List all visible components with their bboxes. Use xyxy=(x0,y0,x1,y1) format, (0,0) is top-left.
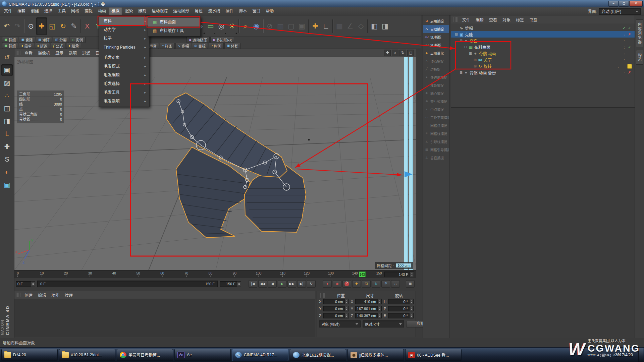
visibility-dots[interactable]: ✓ xyxy=(622,26,627,30)
visibility-dots[interactable]: : xyxy=(622,52,627,56)
effector-button[interactable]: ●简单 xyxy=(19,43,34,49)
mograph-button[interactable]: ◆运动挤压 xyxy=(186,37,210,43)
lock-x-axis-icon[interactable]: X xyxy=(82,17,93,35)
panel-grip-icon[interactable] xyxy=(16,293,20,297)
simulate-menu-item[interactable]: Thinking Particles ▸ xyxy=(99,43,149,52)
viewport-canvas[interactable]: X Z Y 透视视图 三角形1285 四边形0 线3080 点0 带状 xyxy=(14,57,416,270)
object-manager-menu-item[interactable]: 对象 xyxy=(500,17,513,22)
cloth-submenu-item[interactable]: ▦ 布料曲面 xyxy=(148,18,200,26)
menu-item[interactable]: 插件 xyxy=(223,7,236,15)
workplane-lock-icon[interactable]: ▣ xyxy=(1,179,13,190)
cloth-submenu-item[interactable]: ▤ 布料缓存工具 xyxy=(148,26,200,35)
snap-option[interactable]: # 网格线捕捉 xyxy=(423,129,449,137)
tree-expand-toggle[interactable]: ⊟ xyxy=(454,33,459,36)
object-manager-menu-item[interactable]: 文件 xyxy=(460,17,473,22)
panel-grip-icon[interactable] xyxy=(453,17,458,22)
enable-mark[interactable]: ✗ xyxy=(627,32,632,37)
size-field[interactable]: 410 cm xyxy=(355,299,382,304)
menu-item[interactable]: 动画 xyxy=(95,7,109,15)
rotation-field[interactable]: 0 ° xyxy=(388,306,414,311)
object-tree-row[interactable]: ⊟ ⌖ 骨骼 动画 : xyxy=(451,50,635,57)
timeline-grid-button[interactable]: ▦ xyxy=(406,280,415,288)
size-field[interactable]: 167.901 cm xyxy=(355,306,382,311)
interface-dropdown[interactable]: 启动 (用户) xyxy=(599,8,641,15)
region-render-icon[interactable]: ▢ xyxy=(286,17,297,35)
simulate-menu-item[interactable]: 毛发对象 ▸ xyxy=(99,53,149,62)
layout-left-icon[interactable]: ◧ xyxy=(369,17,380,35)
minimize-button[interactable]: ‒ xyxy=(608,1,619,7)
visibility-dots[interactable]: : xyxy=(622,58,627,62)
menu-item[interactable]: 创建 xyxy=(28,7,42,15)
move-tool-icon[interactable]: ✚ xyxy=(36,17,47,35)
edge-mode-icon[interactable]: ◫ xyxy=(1,103,13,114)
menu-item[interactable]: 选择 xyxy=(42,7,55,15)
toolbar-separator[interactable] xyxy=(262,19,264,34)
snap-grid-icon[interactable]: ▦ xyxy=(334,17,345,35)
layout-right-icon[interactable]: ◨ xyxy=(380,17,390,35)
enable-axis-icon[interactable]: ✚ xyxy=(1,141,13,152)
materials-menu-item[interactable]: 功能 xyxy=(49,292,62,298)
effector-button[interactable]: ●继承 xyxy=(66,43,81,49)
visibility-dots[interactable]: : xyxy=(622,45,627,49)
jump-start-button[interactable]: |◀ xyxy=(249,280,257,288)
menu-item[interactable]: 运动图形 xyxy=(170,7,192,15)
menu-item[interactable]: 模拟 xyxy=(109,7,122,15)
viewport-menu-item[interactable]: 查看 xyxy=(22,50,35,56)
toolbar-separator[interactable] xyxy=(366,19,369,34)
coordinate-mode-dropdown[interactable]: 对象 (相对) xyxy=(319,320,361,327)
world-axis-icon[interactable]: ✚ xyxy=(310,17,321,35)
taskbar-item[interactable]: Ae xyxy=(174,349,231,361)
axis-mode-icon[interactable]: L xyxy=(1,128,13,139)
object-tree-row[interactable]: ⊟ ▣ 克隆 : ✗ xyxy=(451,31,635,38)
visibility-dots[interactable]: : xyxy=(622,33,627,37)
menu-item[interactable]: 工具 xyxy=(55,7,68,15)
tree-expand-toggle[interactable]: ⊞ xyxy=(473,64,477,68)
materials-menu-item[interactable]: 纹理 xyxy=(62,292,75,298)
snap-option[interactable]: ▭ 工作平面捕捉 xyxy=(423,113,449,121)
snap-option[interactable]: ~ 样条捕捉 xyxy=(423,81,449,89)
prev-frame-button[interactable]: ◀ xyxy=(268,280,277,288)
scale-tool-icon[interactable]: ◱ xyxy=(47,17,58,35)
taskbar-item[interactable]: CINEMA 4D R17... xyxy=(232,349,288,361)
snap-option[interactable]: ✚ 轴心捕捉 xyxy=(423,89,449,97)
point-mode-icon[interactable]: ∴ xyxy=(1,90,13,101)
simulate-menu-item[interactable]: 毛发模式 ▸ xyxy=(99,62,149,71)
rotation-field[interactable]: 0 ° xyxy=(388,299,414,304)
rotate-view-icon[interactable]: ↻ xyxy=(399,50,406,56)
snap-option[interactable]: ◈ 启用量化 xyxy=(423,49,449,57)
next-frame-button[interactable]: ▶▶ xyxy=(287,280,296,288)
mograph-button[interactable]: ◆多边形FX xyxy=(210,37,234,43)
snap-option[interactable]: ∠ 引导线捕捉 xyxy=(423,137,449,145)
mograph-button[interactable]: ▦矩阵 xyxy=(36,37,52,43)
snap-option[interactable]: ╱ 边捕捉 xyxy=(423,65,449,73)
last-tool-icon[interactable]: ✎ xyxy=(68,17,79,35)
taskbar-item[interactable]: 学员每日考勤管... xyxy=(117,349,173,361)
autokeying-button[interactable]: ◉ xyxy=(333,280,341,288)
object-tree-row[interactable]: ⊟ ▦ 布料曲面 : ✓ xyxy=(451,44,635,50)
toolbar-separator[interactable] xyxy=(79,19,82,34)
toolbar-separator[interactable] xyxy=(307,19,310,34)
model-mode-icon[interactable]: ▣ xyxy=(1,64,13,76)
snap-option[interactable]: ∴ 顶点捕捉 xyxy=(423,57,449,65)
size-field[interactable]: 140.397 cm xyxy=(355,313,382,318)
mograph-button[interactable]: ▣克隆 xyxy=(19,37,35,43)
snap-option[interactable]: 2D 2D捕捉 xyxy=(423,41,449,49)
stereo-view-icon[interactable]: ▣ xyxy=(297,17,307,35)
enable-mark[interactable]: ✓ xyxy=(627,26,632,30)
window-titlebar[interactable]: CINEMA 4D R17.053 Studio (R17) - [420.c4… xyxy=(0,0,644,7)
menu-item[interactable]: 流水线 xyxy=(205,7,223,15)
object-name[interactable]: 布料曲面 xyxy=(474,44,490,50)
frame-range-slider[interactable]: 0 F 150 F xyxy=(37,281,218,287)
object-name[interactable]: 骨骼 动画 xyxy=(479,51,496,56)
record-position-toggle[interactable]: ✚ xyxy=(352,280,361,288)
object-manager-menu-item[interactable]: 书签 xyxy=(527,17,540,22)
menu-item[interactable]: 帮助 xyxy=(263,7,276,15)
mograph-button[interactable]: ◇实例 xyxy=(70,37,86,43)
object-manager-menu-item[interactable]: 查看 xyxy=(486,17,500,22)
dock-tab[interactable]: 构造 xyxy=(636,50,643,65)
effector-button[interactable]: ▣群组 xyxy=(2,43,18,49)
simulate-menu-item[interactable]: 动力学 ▸ xyxy=(99,25,149,34)
object-tree-row[interactable]: ⊞ ↻ 旋转 : xyxy=(451,63,635,69)
materials-menu-item[interactable]: 编辑 xyxy=(35,292,49,298)
jump-end-button[interactable]: ▶| xyxy=(297,280,306,288)
